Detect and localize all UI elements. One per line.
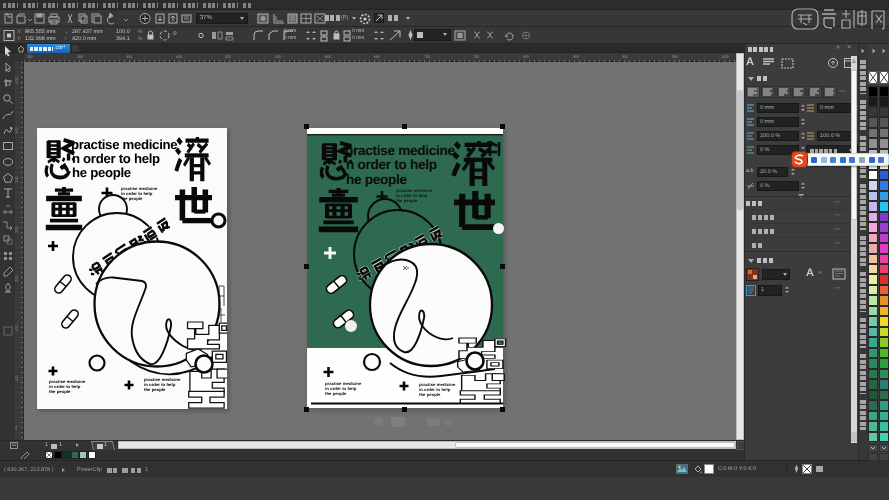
svg-text:he people: he people bbox=[72, 165, 131, 180]
svg-text:the people: the people bbox=[325, 391, 347, 396]
svg-text:the people: the people bbox=[419, 392, 441, 397]
svg-text:he people: he people bbox=[346, 172, 407, 187]
svg-text:practise medicine: practise medicine bbox=[71, 137, 177, 152]
svg-text:the people: the people bbox=[144, 387, 166, 392]
svg-text:the people: the people bbox=[49, 389, 71, 394]
svg-text:the people: the people bbox=[396, 198, 418, 203]
svg-text:n order to help: n order to help bbox=[346, 157, 437, 172]
svg-text:n order to help: n order to help bbox=[72, 151, 160, 166]
svg-text:practise medicine: practise medicine bbox=[345, 143, 455, 158]
